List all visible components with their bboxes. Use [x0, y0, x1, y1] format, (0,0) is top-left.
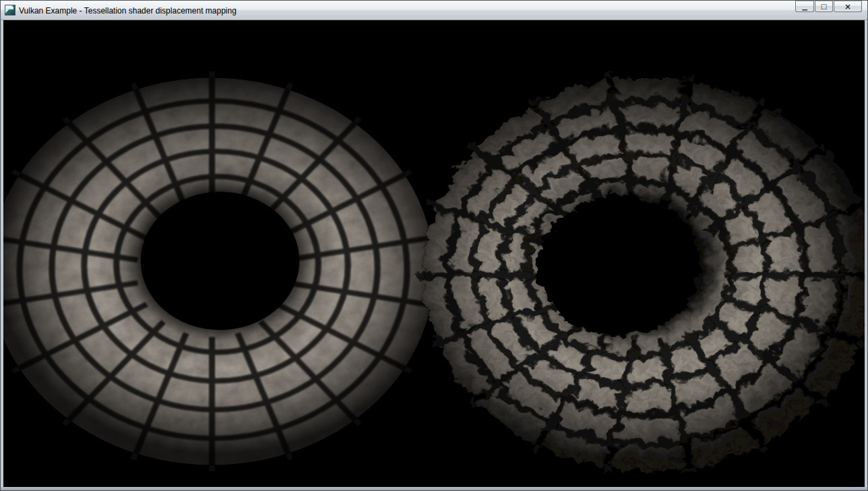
minimize-button[interactable]: ▁ — [795, 1, 814, 12]
app-icon — [5, 5, 16, 16]
maximize-button[interactable]: □ — [815, 1, 833, 12]
scene-svg — [3, 20, 865, 487]
close-button[interactable]: × — [834, 1, 862, 12]
window-controls: ▁ □ × — [795, 1, 862, 12]
window-title: Vulkan Example - Tessellation shader dis… — [19, 5, 790, 16]
minimize-icon: ▁ — [802, 3, 807, 10]
close-icon: × — [844, 2, 851, 11]
render-viewport[interactable] — [3, 20, 865, 487]
window-frame-bottom — [1, 487, 867, 490]
title-bar[interactable]: Vulkan Example - Tessellation shader dis… — [1, 1, 867, 20]
maximize-icon: □ — [821, 3, 827, 10]
app-window: Vulkan Example - Tessellation shader dis… — [0, 0, 868, 491]
